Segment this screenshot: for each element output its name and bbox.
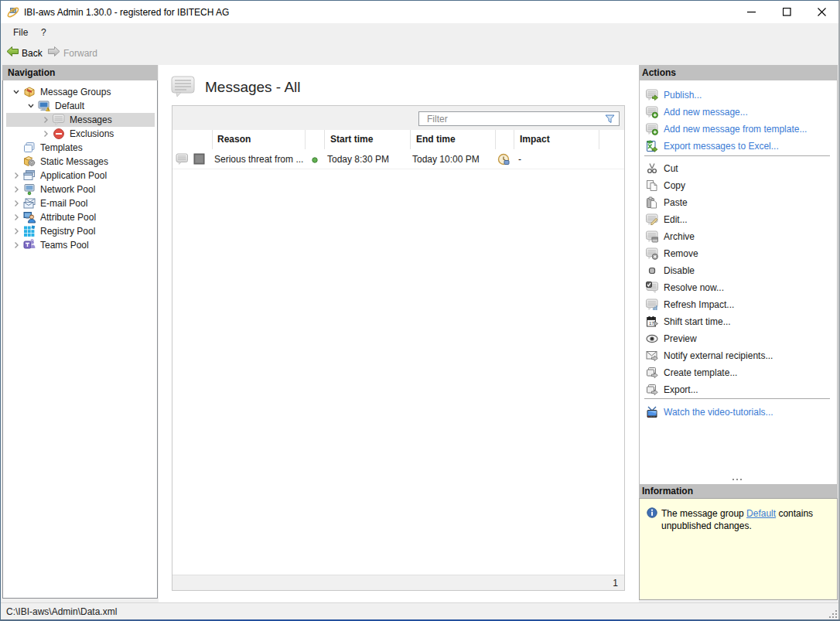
svg-text:17: 17 (649, 321, 654, 326)
